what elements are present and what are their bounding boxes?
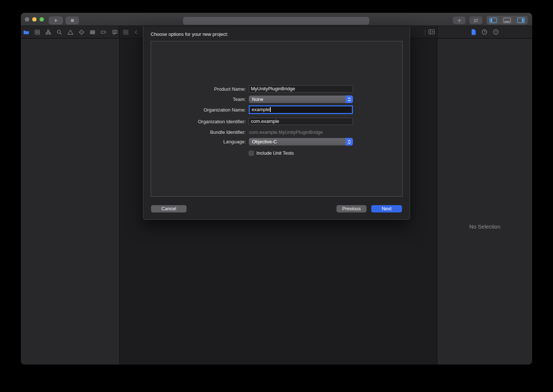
language-label: Language:: [151, 139, 246, 144]
plus-icon: [457, 18, 462, 23]
back-chevron-icon[interactable]: [134, 29, 138, 35]
code-review-button[interactable]: [469, 16, 482, 24]
organization-name-field[interactable]: example: [249, 105, 353, 114]
previous-button[interactable]: Previous: [336, 205, 366, 212]
next-button[interactable]: Next: [371, 205, 402, 212]
breakpoint-navigator-icon[interactable]: [101, 29, 107, 35]
cancel-button[interactable]: Cancel: [151, 205, 187, 212]
toggle-bottom-panel-icon: [503, 18, 511, 23]
inspector-tab-bar: ?: [437, 26, 532, 38]
popup-chevrons-icon: [346, 95, 353, 103]
history-inspector-icon[interactable]: [481, 29, 488, 35]
editor-arrows-icon: [473, 18, 479, 23]
tabs-overview-icon[interactable]: [123, 29, 129, 35]
titlebar: [21, 13, 532, 26]
toolbar-divider: [425, 29, 425, 35]
file-inspector-icon[interactable]: [471, 29, 476, 35]
product-name-field[interactable]: MyUnityPluginBridge: [249, 85, 353, 93]
toggle-right-panel-button[interactable]: [514, 16, 528, 24]
dialog-title: Choose options for your new project:: [151, 31, 228, 37]
issue-navigator-icon[interactable]: [67, 29, 74, 35]
play-icon: [53, 18, 59, 23]
navigator-tab-bar: [21, 26, 120, 38]
panel-toggle-group: [486, 16, 528, 24]
traffic-lights: [25, 17, 44, 22]
team-label: Team:: [151, 97, 246, 102]
activity-status-field: [183, 17, 369, 25]
text-caret: [270, 107, 271, 112]
team-popup[interactable]: None: [249, 95, 353, 103]
bundle-identifier-label: Bundle Identifier:: [151, 129, 246, 135]
library-add-button[interactable]: [453, 16, 466, 24]
language-popup-value: Objective-C: [252, 139, 277, 144]
constraints-navigator-icon[interactable]: [34, 29, 40, 35]
organization-name-value: example: [252, 107, 270, 112]
run-button[interactable]: [49, 16, 63, 24]
team-popup-value: None: [252, 97, 263, 102]
include-unit-tests-label: Include Unit Tests: [256, 150, 294, 156]
toggle-left-panel-button[interactable]: [486, 16, 500, 24]
zoom-window-button[interactable]: [40, 17, 44, 22]
project-navigator-icon[interactable]: [23, 29, 29, 35]
test-navigator-icon[interactable]: [79, 29, 84, 35]
stop-icon: [70, 18, 75, 23]
hierarchy-navigator-icon[interactable]: [45, 29, 51, 35]
language-popup[interactable]: Objective-C: [249, 138, 353, 146]
popup-chevrons-icon: [346, 138, 353, 146]
navigator-panel: [21, 39, 120, 365]
add-editor-icon[interactable]: [428, 29, 435, 35]
quick-help-inspector-icon[interactable]: ?: [493, 29, 499, 35]
organization-name-label: Organization Name:: [151, 107, 246, 113]
bundle-identifier-value: com.example.MyUnityPluginBridge: [249, 129, 323, 135]
toggle-left-panel-icon: [489, 18, 497, 23]
organization-identifier-field[interactable]: com.example: [249, 118, 353, 125]
find-navigator-icon[interactable]: [56, 29, 62, 35]
toggle-bottom-panel-button[interactable]: [500, 16, 514, 24]
include-unit-tests-checkbox[interactable]: [249, 151, 254, 156]
debug-navigator-icon[interactable]: [90, 29, 95, 35]
product-name-label: Product Name:: [151, 86, 246, 92]
svg-text:?: ?: [494, 30, 496, 34]
inspector-panel: No Selection: [437, 39, 532, 365]
stop-button[interactable]: [65, 16, 79, 24]
toggle-right-panel-icon: [517, 18, 525, 23]
close-window-button[interactable]: [25, 17, 29, 22]
options-form-box: Product Name: MyUnityPluginBridge Team: …: [151, 41, 403, 197]
minimize-window-button[interactable]: [32, 17, 37, 22]
new-project-options-dialog: Choose options for your new project: Pro…: [143, 26, 410, 220]
xcode-window: ? No Selection Choose options for your n…: [21, 13, 532, 365]
report-navigator-icon[interactable]: [112, 29, 118, 35]
organization-identifier-label: Organization Identifier:: [151, 119, 246, 124]
no-selection-label: No Selection: [437, 223, 532, 230]
